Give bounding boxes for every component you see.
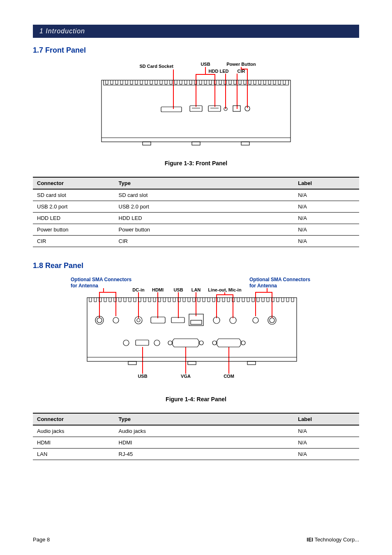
svg-rect-12 — [192, 142, 200, 145]
table-row: SD card slotSD card slotN/A — [33, 189, 359, 201]
svg-point-24 — [97, 318, 102, 323]
label-sma-left-2: for Antenna — [71, 283, 98, 289]
label-hdmi: HDMI — [152, 287, 164, 292]
figure-front-panel: SD Card Socket USB HDD LED Power Button … — [33, 60, 359, 156]
label-audio: Line-out, Mic-in — [208, 287, 242, 292]
table-row: LANRJ-45N/A — [33, 449, 359, 460]
svg-rect-21 — [87, 298, 297, 361]
svg-rect-5 — [161, 107, 182, 112]
label-vga: VGA — [181, 374, 191, 379]
label-usb-top: USB — [173, 287, 183, 292]
svg-rect-11 — [143, 142, 151, 145]
svg-point-39 — [154, 340, 160, 346]
table-row: HDD LEDHDD LEDN/A — [33, 213, 359, 224]
table-header-row: Connector Type Label — [33, 413, 359, 425]
table-header-row: Connector Type Label — [33, 177, 359, 189]
front-connector-table: Connector Type Label SD card slotSD card… — [33, 177, 359, 247]
footer-company: IEI Technology Corp... — [307, 536, 359, 543]
svg-rect-44 — [128, 361, 136, 365]
th-type: Type — [115, 413, 294, 425]
label-sma-left-1: Optional SMA Connectors — [71, 277, 132, 282]
svg-point-36 — [270, 318, 274, 323]
svg-rect-38 — [136, 340, 149, 345]
svg-rect-45 — [188, 361, 196, 365]
section-title-rear: 1.8 Rear Panel — [33, 261, 359, 270]
th-connector: Connector — [33, 177, 115, 189]
th-label: Label — [294, 177, 359, 189]
table-row: USB 2.0 portUSB 2.0 portN/A — [33, 201, 359, 213]
figure-rear-panel: Optional SMA Connectors for Antenna Opti… — [33, 275, 359, 392]
label-com: COM — [224, 374, 234, 379]
th-connector: Connector — [33, 413, 115, 425]
label-sma-right-1: Optional SMA Connectors — [249, 277, 311, 282]
svg-rect-31 — [191, 320, 202, 324]
table-row: Power buttonPower buttonN/A — [33, 224, 359, 236]
page-footer: Page 8 IEI Technology Corp... — [33, 536, 359, 543]
th-type: Type — [115, 177, 294, 189]
svg-point-37 — [123, 340, 129, 346]
svg-point-34 — [253, 317, 258, 323]
label-usb-bot: USB — [138, 374, 147, 379]
svg-point-25 — [113, 317, 119, 323]
table-row: Audio jacksAudio jacksN/A — [33, 425, 359, 437]
label-sd-card: SD Card Socket — [139, 64, 173, 69]
label-usb: USB — [201, 62, 210, 67]
label-hdd-led: HDD LED — [209, 69, 229, 74]
section-title-front: 1.7 Front Panel — [33, 46, 359, 55]
chapter-label: 1 Introduction — [39, 28, 85, 35]
th-label: Label — [294, 413, 359, 425]
page-number: Page 8 — [33, 536, 50, 543]
svg-point-27 — [137, 319, 140, 322]
rear-connector-table: Connector Type Label Audio jacksAudio ja… — [33, 413, 359, 460]
chapter-header: 1 Introduction — [33, 25, 359, 38]
label-power-btn: Power Button — [226, 62, 256, 67]
svg-point-41 — [199, 341, 203, 345]
table-row: HDMIHDMIN/A — [33, 437, 359, 449]
svg-rect-46 — [247, 361, 256, 365]
figure-caption-front: Figure 1-3: Front Panel — [33, 160, 359, 166]
svg-point-40 — [168, 341, 172, 345]
label-dcin: DC-in — [132, 287, 145, 292]
label-lan: LAN — [191, 287, 201, 292]
table-row: CIRCIRN/A — [33, 236, 359, 247]
label-sma-right-2: for Antenna — [249, 283, 277, 289]
svg-point-42 — [212, 341, 217, 345]
svg-rect-13 — [241, 142, 249, 145]
svg-point-43 — [241, 341, 245, 345]
figure-caption-rear: Figure 1-4: Rear Panel — [33, 396, 359, 402]
